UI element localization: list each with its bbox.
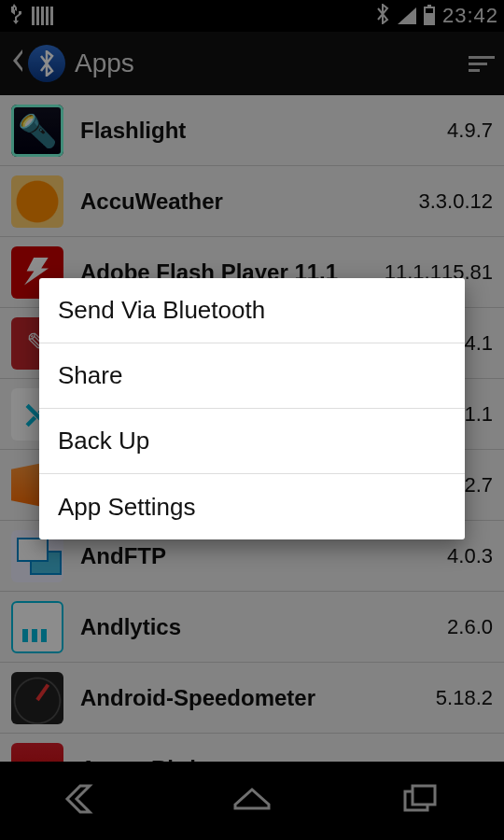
- menu-share[interactable]: Share: [39, 343, 465, 409]
- menu-backup[interactable]: Back Up: [39, 409, 465, 474]
- context-menu: Send Via Bluetooth Share Back Up App Set…: [39, 278, 465, 539]
- menu-send-bluetooth[interactable]: Send Via Bluetooth: [39, 278, 465, 343]
- screen: 23:42 Apps Flashlight 4.9.7 AccuWeather …: [0, 0, 504, 840]
- menu-app-settings[interactable]: App Settings: [39, 474, 465, 539]
